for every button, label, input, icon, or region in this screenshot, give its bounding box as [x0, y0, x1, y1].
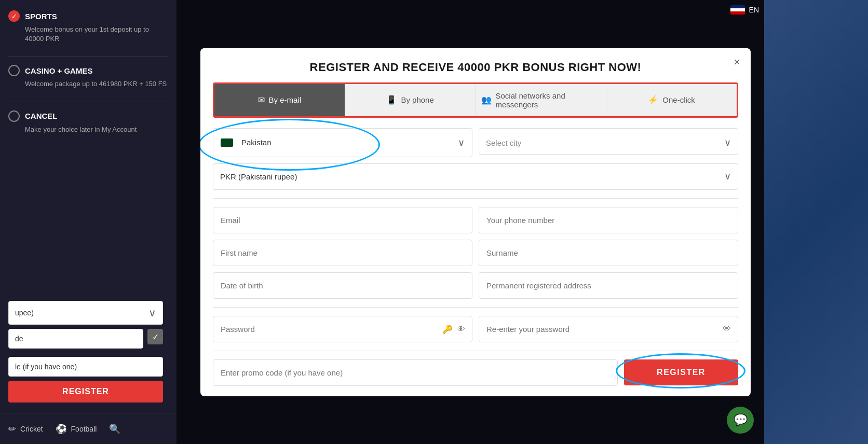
password-row: 🔑 👁 👁	[213, 316, 738, 342]
language-flag	[730, 5, 745, 15]
repassword-visibility-icon[interactable]: 👁	[723, 324, 731, 334]
promo-field	[213, 359, 618, 386]
chat-icon: 💬	[734, 413, 748, 427]
email-field	[213, 207, 472, 233]
email-input[interactable]	[213, 207, 472, 233]
dob-address-row	[213, 272, 738, 299]
form-separator-2	[213, 307, 738, 308]
register-modal: × REGISTER AND RECEIVE 40000 PKR BONUS R…	[200, 48, 751, 396]
firstname-field	[213, 240, 472, 266]
pakistan-flag-icon	[221, 138, 233, 147]
tab-phone[interactable]: 📱 By phone	[345, 84, 476, 116]
tab-oneclick[interactable]: ⚡ One-click	[606, 84, 737, 116]
name-row	[213, 240, 738, 266]
address-input[interactable]	[479, 272, 738, 299]
oneclick-tab-icon: ⚡	[648, 95, 658, 105]
phone-field	[479, 207, 738, 233]
country-city-row: Pakistan ∨ ∨ Select city	[213, 128, 738, 157]
password-icons-group: 🔑 👁	[442, 324, 465, 334]
country-chevron-icon: ∨	[458, 137, 465, 148]
form-separator-3	[213, 351, 738, 351]
modal-close-button[interactable]: ×	[734, 57, 740, 68]
currency-row: ∨ PKR (Pakistani rupee)	[213, 163, 738, 190]
tab-email[interactable]: ✉ By e-mail	[214, 84, 345, 116]
country-name-label: Pakistan	[241, 138, 454, 147]
password-visibility-icon[interactable]: 👁	[457, 324, 465, 334]
email-phone-row	[213, 207, 738, 233]
modal-title: REGISTER AND RECEIVE 40000 PKR BONUS RIG…	[221, 61, 730, 74]
registration-form: Pakistan ∨ ∨ Select city	[200, 118, 751, 396]
surname-field	[479, 240, 738, 266]
password-input[interactable]	[213, 316, 472, 342]
form-separator-1	[213, 198, 738, 199]
phone-input[interactable]	[479, 207, 738, 233]
repassword-icons-group: 👁	[723, 324, 731, 334]
surname-input[interactable]	[479, 240, 738, 266]
phone-tab-icon: 📱	[386, 95, 397, 105]
modal-header: REGISTER AND RECEIVE 40000 PKR BONUS RIG…	[200, 48, 751, 82]
phone-tab-label: By phone	[401, 95, 433, 104]
currency-select[interactable]	[213, 163, 738, 190]
language-bar[interactable]: EN	[730, 5, 759, 15]
city-field: ∨ Select city	[479, 128, 738, 157]
social-tab-icon: 👥	[481, 95, 492, 105]
password-key-icon[interactable]: 🔑	[442, 324, 453, 334]
dob-input[interactable]	[213, 272, 472, 299]
currency-field: ∨ PKR (Pakistani rupee)	[213, 163, 738, 190]
country-select[interactable]: Pakistan ∨	[213, 128, 472, 157]
city-select[interactable]	[479, 128, 738, 155]
promo-register-row: REGISTER	[213, 359, 738, 386]
repassword-field: 👁	[479, 316, 738, 342]
address-field	[479, 272, 738, 299]
dob-field	[213, 272, 472, 299]
promo-input[interactable]	[213, 359, 618, 386]
password-field: 🔑 👁	[213, 316, 472, 342]
register-button-wrapper: REGISTER	[624, 359, 738, 386]
country-field: Pakistan ∨	[213, 128, 472, 157]
email-tab-label: By e-mail	[269, 95, 302, 104]
tab-social[interactable]: 👥 Social networks and messengers	[476, 84, 607, 116]
repassword-input[interactable]	[479, 316, 738, 342]
oneclick-tab-label: One-click	[662, 95, 695, 104]
social-tab-label: Social networks and messengers	[496, 91, 601, 109]
modal-overlay: × REGISTER AND RECEIVE 40000 PKR BONUS R…	[0, 0, 868, 444]
email-tab-icon: ✉	[258, 95, 265, 105]
registration-tabs: ✉ By e-mail 📱 By phone 👥 Social networks…	[213, 82, 738, 118]
register-button[interactable]: REGISTER	[624, 359, 738, 385]
language-code: EN	[749, 6, 759, 14]
firstname-input[interactable]	[213, 240, 472, 266]
chat-bubble-button[interactable]: 💬	[727, 407, 754, 434]
